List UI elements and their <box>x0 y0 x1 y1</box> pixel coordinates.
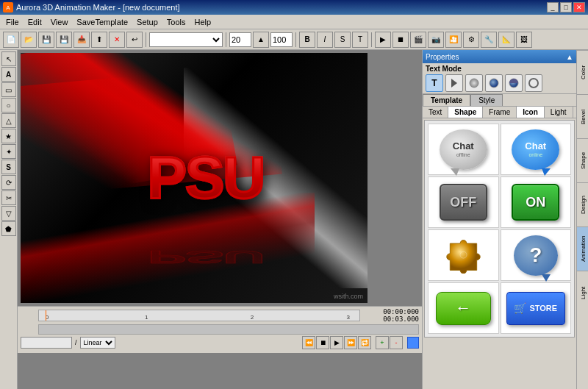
remove-key-button[interactable]: - <box>390 336 403 349</box>
tm-icon-1[interactable] <box>445 74 463 92</box>
font-selector[interactable] <box>149 32 223 47</box>
render-btn6[interactable]: ⚙ <box>463 32 479 48</box>
subtab-light[interactable]: Light <box>545 107 573 118</box>
tool-text[interactable]: A <box>1 67 16 82</box>
icon-question[interactable]: ? <box>501 229 572 281</box>
easing-select[interactable]: Linear <box>80 337 115 349</box>
font-size-input[interactable]: 20 <box>229 32 251 47</box>
render-btn2[interactable]: ⏹ <box>392 32 409 48</box>
tool-rotate[interactable]: ⟳ <box>1 175 16 190</box>
icon-puzzle[interactable] <box>428 229 499 281</box>
render-btn4[interactable]: 📷 <box>428 32 444 48</box>
icon-grid: Chat offline Chat online <box>424 120 575 338</box>
subtab-text[interactable]: Text <box>423 107 448 118</box>
menu-savetemplate[interactable]: SaveTemplate <box>72 16 132 28</box>
play-button[interactable]: ▶ <box>330 336 343 349</box>
vtab-color[interactable]: Color <box>577 50 588 94</box>
timeline-ruler: 0 1 2 3 <box>38 310 360 321</box>
timeline-track[interactable] <box>38 324 419 335</box>
strikethrough-button[interactable]: S <box>334 32 351 48</box>
panel-float-button[interactable]: ▲ <box>566 53 573 61</box>
keyframe-input[interactable] <box>21 337 72 349</box>
size-up-button[interactable]: ▲ <box>253 32 269 48</box>
tool-select[interactable]: ↖ <box>1 51 16 66</box>
vtab-animation[interactable]: Animation <box>577 226 588 271</box>
time-display: 00:00:000 00:03.000 <box>360 308 419 323</box>
title-bar-buttons[interactable]: _ □ ✕ <box>547 2 585 13</box>
save2-button[interactable]: 💾 <box>56 32 72 48</box>
new-button[interactable]: 📄 <box>3 32 19 48</box>
icon-arrow-back[interactable]: ← <box>428 282 499 334</box>
tool-down[interactable]: ▽ <box>1 206 16 221</box>
stop-button[interactable]: ⏹ <box>316 336 329 349</box>
maximize-button[interactable]: □ <box>560 2 572 13</box>
save-button[interactable]: 💾 <box>38 32 54 48</box>
mark-3: 3 <box>347 314 350 321</box>
tm-icon-0[interactable]: T <box>426 74 443 92</box>
render-btn3[interactable]: 🎬 <box>410 32 426 48</box>
icon-off-button[interactable]: OFF <box>428 176 499 228</box>
text-btn[interactable]: T <box>352 32 368 48</box>
bold-button[interactable]: B <box>299 32 315 48</box>
icon-grid-scroll[interactable]: Chat offline Chat online <box>423 118 576 389</box>
icon-chat-offline[interactable]: Chat offline <box>428 124 499 175</box>
menu-tools[interactable]: Tools <box>162 16 190 28</box>
play-back-button[interactable]: ⏪ <box>302 336 315 349</box>
subtab-frame[interactable]: Frame <box>483 107 517 118</box>
render-btn7[interactable]: 🔧 <box>481 32 497 48</box>
loop-button[interactable]: 🔁 <box>358 336 371 349</box>
subtab-shape[interactable]: Shape <box>448 107 483 118</box>
tab-style[interactable]: Style <box>470 94 503 106</box>
tool-cut[interactable]: ✂ <box>1 190 16 205</box>
vtab-bevel[interactable]: Bevel <box>577 94 588 138</box>
separator3 <box>295 32 296 47</box>
export-button[interactable]: ⬆ <box>91 32 107 48</box>
tm-icon-5[interactable] <box>525 74 542 92</box>
question-mark: ? <box>529 243 542 267</box>
vtab-design[interactable]: Design <box>577 182 588 226</box>
render-btn9[interactable]: 🖼 <box>516 32 532 48</box>
tool-s[interactable]: S <box>1 160 16 174</box>
tool-shape[interactable]: ✦ <box>1 144 16 159</box>
vtab-light[interactable]: Light <box>577 271 588 315</box>
import-button[interactable]: 📥 <box>74 32 90 48</box>
tool-rect[interactable]: ▭ <box>1 82 16 97</box>
puzzle-icon <box>441 235 485 276</box>
render-btn8[interactable]: 📐 <box>498 32 514 48</box>
tool-special[interactable]: ⬟ <box>1 221 16 236</box>
menu-file[interactable]: File <box>1 16 24 28</box>
tool-triangle[interactable]: △ <box>1 113 16 128</box>
psu-reflection: PSU <box>148 246 265 267</box>
close-button[interactable]: ✕ <box>573 2 585 13</box>
menu-help[interactable]: Help <box>190 16 216 28</box>
italic-button[interactable]: I <box>317 32 333 48</box>
menu-edit[interactable]: Edit <box>24 16 46 28</box>
undo-button[interactable]: ↩ <box>126 32 143 48</box>
render-btn5[interactable]: 🎦 <box>445 32 462 48</box>
title-bar: A Aurora 3D Animation Maker - [new docum… <box>0 0 588 15</box>
icon-on-button[interactable]: ON <box>501 176 572 228</box>
add-key-button[interactable]: + <box>376 336 389 349</box>
delete-button[interactable]: ✕ <box>109 32 125 48</box>
icon-chat-online[interactable]: Chat online <box>501 124 572 175</box>
open-button[interactable]: 📂 <box>21 32 37 48</box>
tool-ellipse[interactable]: ○ <box>1 98 16 113</box>
tm-icon-4[interactable] <box>505 74 523 92</box>
play-forward-button[interactable]: ⏩ <box>344 336 357 349</box>
vtab-shape[interactable]: Shape <box>577 138 588 182</box>
subtab-icon[interactable]: Icon <box>517 107 545 118</box>
question-bubble-icon: ? <box>514 235 558 276</box>
menu-view[interactable]: View <box>46 16 73 28</box>
tm-svg-4 <box>508 77 520 89</box>
tab-template[interactable]: Template <box>423 94 470 106</box>
menu-setup[interactable]: Setup <box>132 16 162 28</box>
panel-header: Properties ▲ <box>423 50 576 63</box>
icon-store[interactable]: 🛒 STORE <box>501 282 572 334</box>
canvas-3d: PSU PSU wsith.com <box>21 53 368 303</box>
render-btn1[interactable]: ▶ <box>375 32 391 48</box>
tm-icon-3[interactable] <box>485 74 503 92</box>
minimize-button[interactable]: _ <box>547 2 559 13</box>
zoom-input[interactable]: 100 <box>270 32 293 47</box>
tool-star[interactable]: ★ <box>1 129 16 143</box>
tm-icon-2[interactable] <box>465 74 483 92</box>
